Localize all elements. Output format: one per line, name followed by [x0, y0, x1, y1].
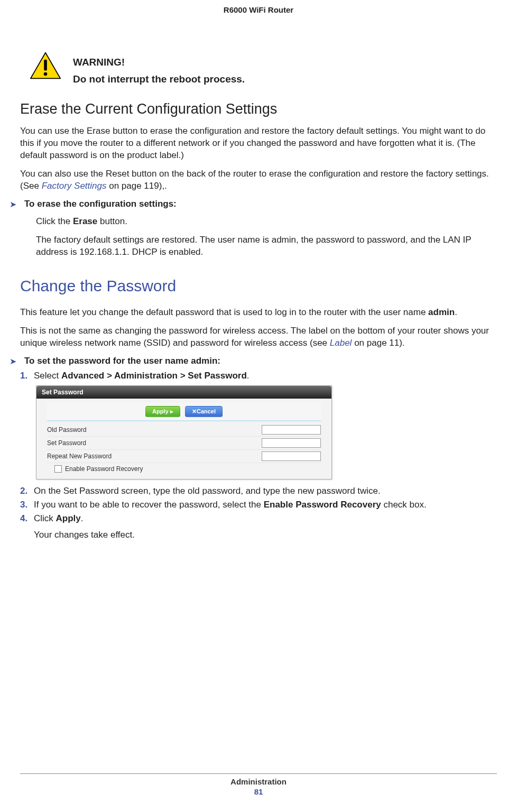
- step-3-body: If you want to be able to recover the pa…: [34, 500, 497, 510]
- link-label[interactable]: Label: [330, 338, 352, 348]
- checkbox-enable-recovery[interactable]: [54, 465, 62, 473]
- menu-path: Advanced > Administration > Set Password: [61, 371, 247, 381]
- label-set-password: Set Password: [47, 439, 86, 447]
- text: on page 11).: [352, 338, 404, 348]
- text: .: [455, 307, 457, 317]
- step-number: 3.: [20, 500, 34, 510]
- text-apply: Apply: [56, 513, 81, 523]
- text: .: [81, 513, 84, 523]
- set-password-screenshot: Set Password Apply ▸ ✕Cancel Old Passwor…: [36, 385, 332, 479]
- cancel-button[interactable]: ✕Cancel: [185, 406, 223, 417]
- text: check box.: [381, 500, 427, 510]
- text: .: [247, 371, 250, 381]
- text: on page 119),.: [106, 181, 167, 191]
- label-repeat-password: Repeat New Password: [47, 453, 112, 460]
- procedure-bullet-icon: ➤: [10, 356, 20, 367]
- step-4-result: Your changes take effect.: [34, 529, 497, 541]
- warning-label: WARNING!: [73, 57, 245, 68]
- erase-button-ref: Erase: [73, 216, 97, 226]
- text: Click the: [36, 216, 73, 226]
- text: Click: [34, 513, 56, 523]
- link-factory-settings[interactable]: Factory Settings: [42, 181, 107, 191]
- procedure-bullet-icon: ➤: [10, 199, 20, 210]
- step-1-body: Select Advanced > Administration > Set P…: [34, 371, 497, 381]
- heading-erase: Erase the Current Configuration Settings: [20, 101, 497, 117]
- warning-body: Do not interrupt the reboot process.: [73, 73, 245, 85]
- para-cp-1: This feature let you change the default …: [20, 307, 497, 319]
- input-old-password[interactable]: [262, 425, 321, 435]
- step-number: 2.: [20, 486, 34, 496]
- step-erase-click: Click the Erase button.: [36, 216, 497, 228]
- page-header: R6000 WiFi Router: [20, 5, 497, 14]
- step-2-body: On the Set Password screen, type the old…: [34, 486, 497, 496]
- footer-section: Administration: [20, 777, 497, 786]
- step-4-body: Click Apply.: [34, 513, 497, 524]
- text-admin: admin: [428, 307, 455, 317]
- apply-button[interactable]: Apply ▸: [145, 406, 180, 417]
- text: This feature let you change the default …: [20, 307, 428, 317]
- step-number: 1.: [20, 371, 34, 381]
- step-erase-result: The factory default settings are restore…: [36, 234, 497, 259]
- step-number: 4.: [20, 513, 34, 524]
- warning-block: WARNING! Do not interrupt the reboot pro…: [30, 51, 497, 85]
- input-set-password[interactable]: [262, 438, 321, 448]
- text: button.: [97, 216, 127, 226]
- input-repeat-password[interactable]: [262, 451, 321, 461]
- text: Select: [34, 371, 61, 381]
- warning-icon: [30, 51, 61, 80]
- svg-rect-1: [44, 60, 47, 71]
- panel-title: Set Password: [36, 386, 331, 399]
- procedure-title-erase: To erase the configuration settings:: [24, 199, 177, 209]
- label-old-password: Old Password: [47, 426, 87, 433]
- heading-change-password: Change the Password: [20, 277, 497, 295]
- para-cp-2: This is not the same as changing the pas…: [20, 325, 497, 349]
- footer-page-number: 81: [20, 787, 497, 796]
- para-erase-2: You can also use the Reset button on the…: [20, 168, 497, 192]
- procedure-title-setpw: To set the password for the user name ad…: [24, 356, 220, 366]
- text: If you want to be able to recover the pa…: [34, 500, 264, 510]
- label-enable-recovery: Enable Password Recovery: [65, 465, 143, 473]
- page-footer: Administration 81: [20, 773, 497, 796]
- svg-point-2: [44, 72, 48, 76]
- text-enable-recovery: Enable Password Recovery: [264, 500, 381, 510]
- text: This is not the same as changing the pas…: [20, 326, 489, 348]
- para-erase-1: You can use the Erase button to erase th…: [20, 125, 497, 162]
